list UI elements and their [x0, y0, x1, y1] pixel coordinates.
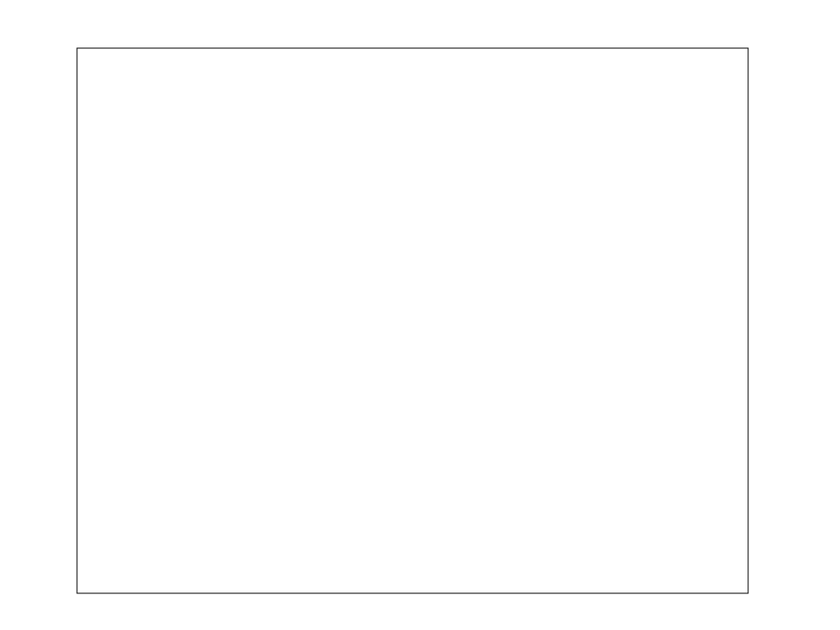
plot-border: [77, 48, 748, 593]
daily-pv-chart: [0, 0, 840, 630]
plot-canvas: [0, 0, 840, 630]
